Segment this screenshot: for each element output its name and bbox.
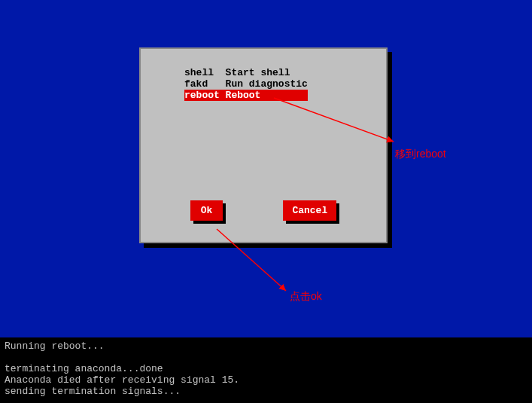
menu-list: shell Start shell fakd Run diagnostic re… — [184, 67, 308, 101]
terminal-output: Running reboot... terminating anaconda..… — [0, 337, 532, 403]
menu-item-shell[interactable]: shell Start shell — [184, 67, 308, 78]
dialog-box: shell Start shell fakd Run diagnostic re… — [139, 47, 388, 243]
cancel-button[interactable]: Cancel — [283, 200, 336, 221]
menu-item-reboot[interactable]: reboot Reboot — [184, 90, 308, 101]
annotation-reboot: 移到reboot — [395, 148, 446, 161]
menu-item-fakd[interactable]: fakd Run diagnostic — [184, 78, 308, 90]
annotation-ok: 点击ok — [290, 290, 322, 304]
installer-background: shell Start shell fakd Run diagnostic re… — [0, 0, 532, 337]
ok-button[interactable]: Ok — [190, 200, 223, 221]
button-row: Ok Cancel — [141, 200, 386, 221]
